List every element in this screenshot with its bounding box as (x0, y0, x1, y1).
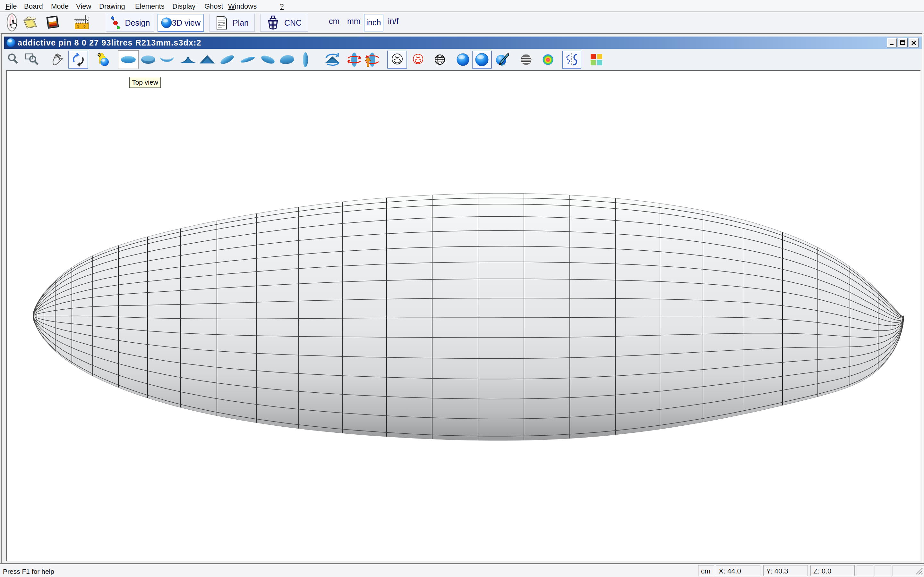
svg-text:0: 0 (83, 24, 86, 29)
svg-text:1: 1 (77, 24, 79, 29)
